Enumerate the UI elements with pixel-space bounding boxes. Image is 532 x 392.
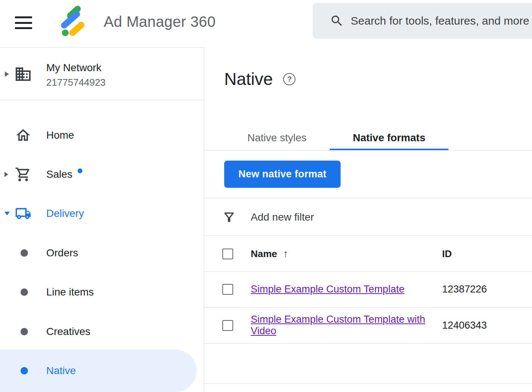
- sidebar-item-label: Orders: [46, 247, 78, 259]
- row-id-cell: 12406343: [442, 320, 487, 331]
- truck-icon: [15, 205, 31, 222]
- tab-native-styles[interactable]: Native styles: [224, 126, 330, 150]
- chevron-right-icon: [5, 72, 9, 77]
- sidebar: My Network 21775744923 Home Sales Delive…: [0, 47, 204, 392]
- row-name-cell: Simple Example Custom Template with Vide…: [251, 314, 429, 337]
- sidebar-item-label: Sales: [46, 168, 72, 180]
- row-id-cell: 12387226: [442, 284, 487, 295]
- sort-ascending-icon: ↑: [283, 248, 288, 260]
- column-header-id: ID: [442, 248, 452, 260]
- page-title: Native: [224, 69, 273, 89]
- new-native-format-button[interactable]: New native format: [224, 161, 341, 188]
- notification-dot: [78, 168, 82, 173]
- sidebar-item-native[interactable]: Native: [0, 350, 197, 392]
- network-id: 21775744923: [46, 77, 106, 88]
- filter-icon: [222, 210, 236, 224]
- bullet-icon: [21, 288, 28, 296]
- row-checkbox[interactable]: [222, 284, 233, 295]
- search-icon: [330, 14, 344, 28]
- filter-bar[interactable]: Add new filter: [204, 199, 532, 236]
- tab-native-formats[interactable]: Native formats: [330, 126, 449, 150]
- sidebar-item-creatives[interactable]: Creatives: [0, 321, 204, 342]
- sidebar-item-label: Native: [46, 365, 76, 377]
- top-app-bar: Ad Manager 360: [0, 0, 532, 47]
- sidebar-item-label: Creatives: [46, 326, 90, 338]
- sidebar-item-orders[interactable]: Orders: [0, 243, 204, 263]
- column-label: Name: [251, 248, 277, 260]
- table-row: Simple Example Custom Template 12387226: [204, 272, 532, 307]
- sidebar-item-label: Line items: [46, 286, 94, 298]
- ad-manager-window: Ad Manager 360 My Network 21775744923 Ho…: [0, 0, 532, 392]
- row-checkbox[interactable]: [222, 320, 233, 331]
- main-content: Native ? Native styles Native formats Ne…: [204, 47, 532, 392]
- table-row: Simple Example Custom Template with Vide…: [204, 307, 532, 344]
- network-selector[interactable]: My Network 21775744923: [0, 48, 204, 100]
- network-name: My Network: [46, 62, 106, 74]
- tab-label: Native styles: [247, 132, 307, 144]
- bullet-icon: [21, 328, 28, 335]
- tab-bar: Native styles Native formats: [204, 126, 532, 151]
- native-format-link[interactable]: Simple Example Custom Template with Vide…: [251, 314, 425, 336]
- search-input[interactable]: [351, 15, 532, 27]
- cart-icon: [15, 166, 31, 183]
- global-search[interactable]: [313, 3, 532, 39]
- sidebar-item-home[interactable]: Home: [0, 125, 204, 146]
- actions-bar: New native format: [204, 151, 532, 198]
- help-glyph: ?: [287, 75, 292, 83]
- tab-label: Native formats: [353, 132, 426, 144]
- help-icon[interactable]: ?: [283, 73, 295, 85]
- app-title: Ad Manager 360: [104, 13, 216, 30]
- bullet-icon: [21, 249, 28, 257]
- column-header-name[interactable]: Name ↑: [251, 248, 429, 260]
- bullet-icon: [21, 367, 28, 374]
- ad-manager-logo-icon: [55, 4, 91, 40]
- network-info: My Network 21775744923: [46, 62, 106, 88]
- sidebar-item-sales[interactable]: Sales: [0, 164, 204, 185]
- sidebar-item-label: Delivery: [46, 208, 84, 219]
- table-header-row: Name ↑ ID: [204, 236, 532, 272]
- select-all-checkbox[interactable]: [222, 249, 233, 259]
- sidebar-item-line-items[interactable]: Line items: [0, 282, 204, 303]
- add-filter-label: Add new filter: [251, 211, 314, 223]
- chevron-right-icon: [4, 172, 8, 177]
- chevron-down-icon: [4, 212, 10, 215]
- sidebar-item-label: Home: [46, 129, 74, 141]
- native-format-link[interactable]: Simple Example Custom Template: [251, 284, 404, 295]
- building-icon: [14, 65, 32, 83]
- table-empty-area: [204, 344, 532, 384]
- menu-icon[interactable]: [15, 16, 32, 30]
- page-header: Native ?: [224, 69, 295, 89]
- row-name-cell: Simple Example Custom Template: [251, 284, 429, 295]
- home-icon: [15, 127, 31, 143]
- sidebar-item-delivery[interactable]: Delivery: [0, 203, 204, 224]
